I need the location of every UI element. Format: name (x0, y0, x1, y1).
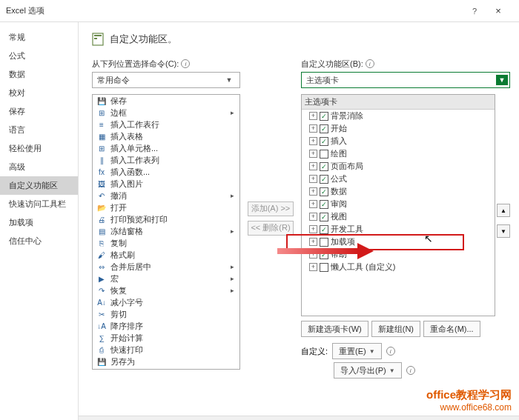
command-item[interactable]: ▤冻结窗格▸ (93, 225, 239, 237)
expand-icon[interactable]: + (309, 225, 317, 233)
tree-item[interactable]: +✓插入 (302, 135, 495, 147)
reset-dropdown[interactable]: 重置(E)▼ (332, 343, 382, 359)
new-tab-button[interactable]: 新建选项卡(W) (301, 321, 368, 337)
command-item[interactable]: 💾另存为 (93, 356, 239, 367)
command-item[interactable]: ∥插入工作表列 (93, 154, 239, 166)
checkbox[interactable]: ✓ (320, 250, 328, 259)
checkbox[interactable] (320, 150, 328, 159)
sidebar-item-formulas[interactable]: 公式 (0, 47, 78, 65)
checkbox[interactable]: ✓ (320, 137, 328, 146)
sidebar-item-addins[interactable]: 加载项 (0, 213, 78, 232)
tree-item[interactable]: +✓页面布局 (302, 160, 495, 173)
checkbox[interactable]: ✓ (320, 225, 328, 234)
command-item[interactable]: 🖼插入图片 (93, 178, 239, 190)
ribbon-tabs-dropdown[interactable]: 主选项卡 ▼ (301, 72, 510, 88)
expand-icon[interactable]: + (309, 263, 317, 271)
command-item[interactable]: ☰名称管理器 (93, 367, 239, 369)
command-item[interactable]: ⊞边框▸ (93, 107, 239, 119)
expand-icon[interactable]: + (309, 175, 317, 183)
expand-icon[interactable]: + (309, 250, 317, 259)
sidebar-item-save[interactable]: 保存 (0, 102, 78, 121)
sidebar-item-general[interactable]: 常规 (0, 28, 78, 47)
checkbox[interactable]: ✓ (320, 200, 328, 209)
command-item[interactable]: ✂剪切 (93, 308, 239, 320)
command-item[interactable]: ▶宏▸ (93, 273, 239, 284)
sidebar-item-proofing[interactable]: 校对 (0, 84, 78, 102)
command-item[interactable]: ⎙快速打印 (93, 344, 239, 356)
move-up-button[interactable]: ▲ (497, 204, 510, 217)
close-button[interactable]: × (483, 5, 513, 16)
expand-icon[interactable]: + (309, 162, 317, 170)
expand-icon[interactable]: + (309, 187, 317, 196)
checkbox[interactable]: ✓ (320, 187, 328, 196)
tree-item[interactable]: +✓背景消除 (302, 110, 495, 122)
sidebar-item-trust-center[interactable]: 信任中心 (0, 232, 78, 250)
checkbox[interactable]: ✓ (320, 124, 328, 133)
info-icon[interactable]: i (366, 59, 374, 68)
command-item[interactable]: ⊞插入单元格... (93, 142, 239, 154)
tree-item[interactable]: +✓公式 (302, 173, 495, 185)
ribbon-tree[interactable]: 主选项卡 +✓背景消除+✓开始+✓插入+绘图+✓页面布局+✓公式+✓数据+✓审阅… (301, 94, 495, 316)
command-item[interactable]: 📂打开 (93, 201, 239, 213)
expand-icon[interactable]: + (309, 213, 317, 221)
expand-icon[interactable]: + (309, 238, 317, 246)
help-button[interactable]: ? (466, 7, 483, 16)
info-icon[interactable]: i (181, 59, 190, 68)
tree-item[interactable]: +✓数据 (302, 185, 495, 198)
sidebar-item-data[interactable]: 数据 (0, 65, 78, 84)
checkbox[interactable]: ✓ (320, 213, 328, 221)
checkbox[interactable] (320, 238, 328, 247)
info-icon[interactable]: i (406, 366, 415, 375)
tree-item[interactable]: +绘图 (302, 147, 495, 160)
add-button[interactable]: 添加(A) >> (248, 201, 294, 216)
command-item[interactable]: ⇔合并后居中▸ (93, 261, 239, 273)
expand-icon[interactable]: + (309, 150, 317, 158)
move-down-button[interactable]: ▼ (497, 224, 510, 238)
tree-item[interactable]: +✓帮助 (302, 248, 495, 261)
sidebar-item-quick-access[interactable]: 快速访问工具栏 (0, 195, 78, 213)
choose-commands-dropdown[interactable]: 常用命令 ▼ (92, 72, 240, 88)
middle-buttons: 添加(A) >> << 删除(R) (246, 58, 295, 379)
checkbox[interactable]: ✓ (320, 112, 328, 121)
command-item[interactable]: fx插入函数... (93, 166, 239, 178)
tree-item[interactable]: +加载项 (302, 236, 495, 248)
command-item[interactable]: A↓减小字号 (93, 296, 239, 308)
expand-icon[interactable]: + (309, 112, 317, 120)
command-item[interactable]: ⎘复制 (93, 237, 239, 249)
horizontal-scrollbar[interactable] (79, 416, 519, 420)
checkbox[interactable] (320, 263, 328, 272)
sidebar-item-accessibility[interactable]: 轻松使用 (0, 139, 78, 158)
checkbox[interactable]: ✓ (320, 162, 328, 171)
tree-item[interactable]: +懒人工具 (自定义) (302, 261, 495, 273)
pic-icon: 🖼 (96, 179, 108, 189)
command-item[interactable]: ↓A降序排序 (93, 320, 239, 332)
command-item[interactable]: ▦插入表格 (93, 130, 239, 142)
command-item[interactable]: ↷恢复▸ (93, 284, 239, 296)
expand-icon[interactable]: + (309, 200, 317, 208)
commands-listbox[interactable]: 💾保存⊞边框▸≡插入工作表行▦插入表格⊞插入单元格...∥插入工作表列fx插入函… (92, 94, 240, 370)
sidebar-item-customize-ribbon[interactable]: 自定义功能区 (0, 176, 78, 195)
expand-icon[interactable]: + (309, 137, 317, 145)
command-item[interactable]: ≡插入工作表行 (93, 119, 239, 130)
import-export-dropdown[interactable]: 导入/导出(P)▼ (334, 362, 402, 379)
command-item[interactable]: 💾保存 (93, 95, 239, 107)
command-item[interactable]: ↶撤消▸ (93, 190, 239, 201)
command-item[interactable]: 🖌格式刷 (93, 249, 239, 261)
tree-item[interactable]: +✓开始 (302, 122, 495, 135)
chevron-down-icon: ▼ (496, 75, 508, 85)
sidebar-item-language[interactable]: 语言 (0, 121, 78, 139)
tree-item[interactable]: +✓视图 (302, 210, 495, 223)
chevron-down-icon: ▼ (389, 367, 395, 374)
checkbox[interactable]: ✓ (320, 175, 328, 184)
command-item[interactable]: 🖨打印预览和打印 (93, 213, 239, 225)
tree-item[interactable]: +✓审阅 (302, 198, 495, 210)
rename-button[interactable]: 重命名(M)... (423, 321, 480, 337)
tree-item[interactable]: +✓开发工具 (302, 223, 495, 236)
sidebar-item-advanced[interactable]: 高级 (0, 158, 78, 176)
submenu-icon: ▸ (228, 192, 237, 199)
new-group-button[interactable]: 新建组(N) (371, 321, 420, 337)
remove-button[interactable]: << 删除(R) (248, 221, 294, 236)
command-item[interactable]: ∑开始计算 (93, 332, 239, 344)
expand-icon[interactable]: + (309, 124, 317, 133)
info-icon[interactable]: i (386, 347, 395, 356)
